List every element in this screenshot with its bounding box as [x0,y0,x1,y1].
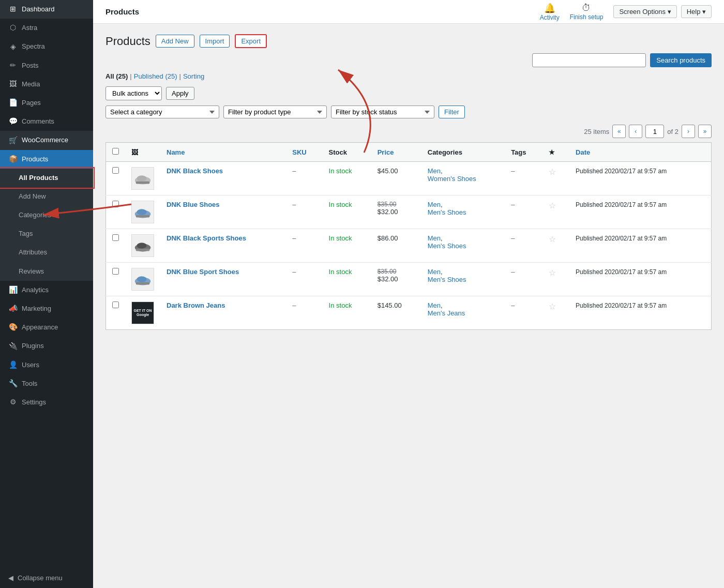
featured-star[interactable]: ☆ [549,235,556,244]
th-name[interactable]: Name [160,143,286,162]
import-button[interactable]: Import [200,35,230,48]
table-header: 🖼 Name SKU Stock Price Categories Tags ★… [106,143,712,162]
row-checkbox[interactable] [112,201,119,207]
sidebar-item-marketing[interactable]: 📣 Marketing [0,299,93,318]
category-link[interactable]: Men's Shoes [428,276,466,283]
prev-page-button[interactable]: ‹ [629,125,642,138]
row-checkbox[interactable] [112,234,119,241]
activity-button[interactable]: 🔔 Activity [540,3,560,21]
featured-star[interactable]: ☆ [549,168,556,176]
th-featured: ★ [542,143,569,162]
sidebar-item-products[interactable]: 📦 Products [0,150,93,169]
screen-options-button[interactable]: Screen Options ▾ [613,5,676,18]
original-price: $35.00 [378,201,415,208]
collapse-menu-button[interactable]: ◀ Collapse menu [0,568,93,588]
category-link[interactable]: Men [428,234,441,242]
category-link[interactable]: Men [428,201,441,208]
sidebar-item-analytics[interactable]: 📊 Analytics [0,281,93,299]
search-input[interactable] [532,53,646,67]
separator-1: | [130,72,131,80]
export-button[interactable]: Export [235,34,267,48]
bulk-actions-select[interactable]: Bulk actions [105,86,162,100]
sidebar-item-dashboard[interactable]: ⊞ Dashboard [0,0,93,19]
featured-star[interactable]: ☆ [549,201,556,210]
sidebar-item-spectra[interactable]: ◈ Spectra [0,37,93,56]
add-new-label: Add New [19,192,46,201]
astra-icon: ⬡ [8,23,18,33]
row-checkbox[interactable] [112,301,119,308]
sidebar-item-comments[interactable]: 💬 Comments [0,112,93,131]
category-link[interactable]: Men's Shoes [428,208,466,216]
featured-star[interactable]: ☆ [549,302,556,311]
sidebar-item-plugins[interactable]: 🔌 Plugins [0,337,93,355]
sidebar-item-label: Comments [22,117,54,126]
topbar-buttons: Screen Options ▾ Help ▾ [613,5,712,18]
table-container: 🖼 Name SKU Stock Price Categories Tags ★… [105,142,712,330]
search-products-button[interactable]: Search products [650,53,712,67]
main-content: Products 🔔 Activity ⏱ Finish setup Scree… [93,0,724,588]
category-link[interactable]: Men [428,268,441,276]
apply-button[interactable]: Apply [166,87,194,100]
sidebar-item-label: WooCommerce [22,135,68,145]
sidebar-subitem-tags[interactable]: Tags [0,224,93,243]
table-row: DNK Black Shoes–In stock$45.00Men,Women'… [106,162,712,195]
category-link[interactable]: Men's Jeans [428,309,465,317]
sidebar-item-label: Plugins [22,341,44,351]
product-name-link[interactable]: DNK Black Shoes [167,167,223,175]
select-all-checkbox[interactable] [112,148,119,155]
sku-value: – [292,301,296,309]
help-button[interactable]: Help ▾ [681,5,712,18]
sidebar-item-users[interactable]: 👤 Users [0,356,93,374]
stock-status-filter-select[interactable]: Filter by stock status [331,105,434,118]
sidebar-subitem-attributes[interactable]: Attributes [0,243,93,262]
category-link[interactable]: Men [428,167,441,175]
pagination-bar: 25 items « ‹ of 2 › » [105,125,712,138]
filter-sorting-link[interactable]: Sorting [183,72,204,80]
next-page-button[interactable]: › [682,125,695,138]
sidebar-subitem-categories[interactable]: Categories [0,206,93,224]
featured-star[interactable]: ☆ [549,268,556,277]
add-new-button[interactable]: Add New [156,35,194,48]
category-link[interactable]: Men [428,301,441,309]
filter-button[interactable]: Filter [439,105,465,118]
product-type-filter-select[interactable]: Filter by product type [223,105,327,118]
finish-setup-button[interactable]: ⏱ Finish setup [570,3,604,21]
product-name-link[interactable]: DNK Blue Sport Shoes [167,268,239,276]
category-link[interactable]: Women's Shoes [428,175,476,183]
sidebar-subitem-add-new[interactable]: Add New [0,187,93,206]
sidebar-item-label: Tools [22,379,37,388]
filters-bar: Select a category Filter by product type… [105,105,712,118]
row-checkbox[interactable] [112,167,119,174]
first-page-button[interactable]: « [612,125,626,138]
filter-published-link[interactable]: Published (25) [134,72,177,80]
sidebar-subitem-all-products[interactable]: All Products [0,169,93,187]
category-link[interactable]: Men's Shoes [428,242,466,250]
sidebar-item-astra[interactable]: ⬡ Astra [0,19,93,37]
filter-links: All (25) | Published (25) | Sorting [105,72,712,80]
category-filter-select[interactable]: Select a category [105,105,219,118]
product-name-link[interactable]: DNK Blue Shoes [167,201,220,208]
sidebar-item-settings[interactable]: ⚙ Settings [0,393,93,412]
product-thumbnail [131,201,154,223]
last-page-button[interactable]: » [698,125,712,138]
finish-setup-label: Finish setup [570,13,604,21]
sidebar-item-media[interactable]: 🖼 Media [0,75,93,94]
collapse-label: Collapse menu [18,574,63,582]
current-page-input[interactable] [645,125,664,138]
svg-point-10 [137,243,147,248]
collapse-icon: ◀ [8,574,13,582]
row-checkbox[interactable] [112,268,119,275]
product-name-link[interactable]: Dark Brown Jeans [167,301,225,309]
sidebar-subitem-reviews[interactable]: Reviews [0,262,93,281]
th-price[interactable]: Price [371,143,421,162]
sidebar-item-appearance[interactable]: 🎨 Appearance [0,318,93,337]
th-sku[interactable]: SKU [286,143,322,162]
filter-all-link[interactable]: All (25) [105,72,128,80]
sidebar-item-pages[interactable]: 📄 Pages [0,94,93,112]
sidebar-item-tools[interactable]: 🔧 Tools [0,374,93,393]
sidebar-item-woocommerce[interactable]: 🛒 WooCommerce [0,131,93,149]
sidebar-item-posts[interactable]: ✏ Posts [0,56,93,75]
topbar-title: Products [105,7,139,16]
th-date[interactable]: Date [569,143,711,162]
product-name-link[interactable]: DNK Black Sports Shoes [167,234,246,242]
